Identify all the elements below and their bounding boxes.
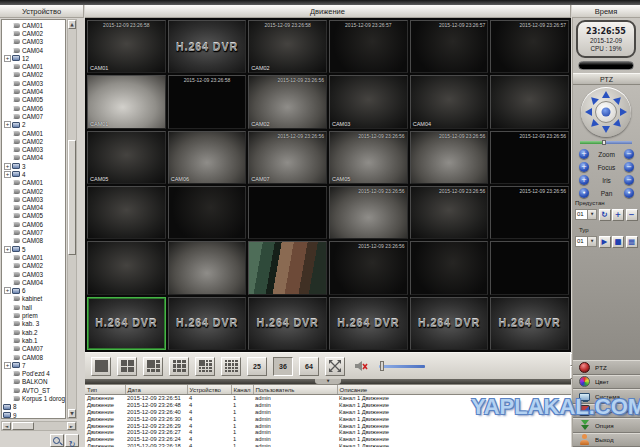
video-cell-13[interactable]: CAM05 — [87, 131, 166, 184]
tree-scroll-down-button[interactable]: ▼ — [68, 409, 76, 418]
tree-item-CAM04[interactable]: CAM04 — [2, 278, 65, 286]
video-cell-8[interactable]: 2015-12-09 23:26:58 — [168, 75, 247, 128]
iris-plus-button[interactable]: + — [579, 175, 589, 185]
tree-group-3[interactable]: +3 — [2, 162, 65, 170]
tree-item-CAM01[interactable]: CAM01 — [2, 253, 65, 261]
view-64-button[interactable]: 64 — [299, 357, 319, 376]
video-cell-26[interactable] — [168, 241, 247, 294]
tree-item-CAM01[interactable]: CAM01 — [2, 129, 65, 137]
video-cell-33[interactable]: H.264 DVR — [248, 297, 327, 350]
layout-9-button[interactable] — [169, 357, 189, 376]
video-cell-9[interactable]: 2015-12-09 23:26:56CAM02 — [248, 75, 327, 128]
tree-item-kab.1[interactable]: kab.1 — [2, 336, 65, 344]
tree-item-CAM04[interactable]: CAM04 — [2, 204, 65, 212]
video-cell-2[interactable]: H.264 DVR — [168, 20, 247, 73]
tree-group-2[interactable]: +2 — [2, 121, 65, 129]
speed-slider-thumb[interactable] — [602, 140, 606, 145]
video-cell-11[interactable]: CAM04 — [410, 75, 489, 128]
ptz-direction-pad[interactable] — [581, 87, 631, 137]
tree-item-BALKON[interactable]: BALKON — [2, 378, 65, 386]
preset-dropdown-icon[interactable]: ▼ — [587, 210, 596, 219]
table-row[interactable]: Движение2015-12-09 23:26:1841adminКанал … — [85, 443, 571, 447]
tree-group-5[interactable]: +5 — [2, 245, 65, 253]
preset-goto-button[interactable]: ↻ — [599, 209, 611, 221]
tree-item-CAM03[interactable]: CAM03 — [2, 79, 65, 87]
table-row[interactable]: Движение2015-12-09 23:26:5141adminКанал … — [85, 395, 571, 402]
fullscreen-button[interactable] — [325, 357, 345, 376]
video-cell-4[interactable]: 2015-12-09 23:26:57 — [329, 20, 408, 73]
video-cell-14[interactable]: CAM06 — [168, 131, 247, 184]
menu-item-play[interactable]: Воспроизведение — [573, 404, 640, 419]
video-cell-5[interactable]: 2015-12-09 23:26:57 — [410, 20, 489, 73]
video-cell-19[interactable] — [87, 186, 166, 239]
tour-setup-button[interactable]: ▦ — [626, 236, 638, 248]
tour-dropdown-icon[interactable]: ▼ — [587, 237, 596, 246]
tree-item-CAM07[interactable]: CAM07 — [2, 345, 65, 353]
tree-item-CAM03[interactable]: CAM03 — [2, 38, 65, 46]
view-36-button[interactable]: 36 — [273, 357, 293, 376]
expand-box-icon[interactable]: + — [4, 55, 11, 62]
preset-delete-button[interactable]: − — [626, 209, 638, 221]
tree-item-Pod'ezd 4[interactable]: Pod'ezd 4 — [2, 369, 65, 377]
menu-item-opt[interactable]: Опция — [573, 418, 640, 433]
tree-group-9[interactable]: 9 — [2, 411, 65, 419]
video-cell-34[interactable]: H.264 DVR — [329, 297, 408, 350]
table-row[interactable]: Движение2015-12-09 23:26:4841adminКанал … — [85, 402, 571, 409]
zoom-minus-button[interactable]: − — [624, 149, 634, 159]
table-row[interactable]: Движение2015-12-09 23:26:2441adminКанал … — [85, 436, 571, 443]
tree-item-CAM03[interactable]: CAM03 — [2, 195, 65, 203]
tour-select[interactable]: 01 ▼ — [575, 236, 597, 247]
tree-item-CAM01[interactable]: CAM01 — [2, 62, 65, 70]
tour-play-button[interactable]: ▶ — [599, 236, 611, 248]
column-header-Тип[interactable]: Тип — [85, 385, 125, 395]
tree-horizontal-scroll-thumb[interactable] — [12, 422, 34, 430]
video-cell-31[interactable]: H.264 DVR — [87, 297, 166, 350]
video-cell-24[interactable]: 2015-12-09 23:26:56 — [490, 186, 569, 239]
video-cell-16[interactable]: 2015-12-09 23:26:56CAM05 — [329, 131, 408, 184]
tree-item-kab.2[interactable]: kab.2 — [2, 328, 65, 336]
menu-item-exit[interactable]: Выход — [573, 433, 640, 447]
tree-item-CAM02[interactable]: CAM02 — [2, 137, 65, 145]
preset-add-button[interactable]: + — [612, 209, 624, 221]
iris-minus-button[interactable]: − — [624, 175, 634, 185]
tree-item-CAM02[interactable]: CAM02 — [2, 187, 65, 195]
video-cell-35[interactable]: H.264 DVR — [410, 297, 489, 350]
layout-6-button[interactable] — [143, 357, 163, 376]
volume-thumb[interactable] — [380, 361, 384, 371]
video-cell-15[interactable]: 2015-12-09 23:26:56CAM07 — [248, 131, 327, 184]
video-cell-3[interactable]: 2015-12-09 23:26:58CAM02 — [248, 20, 327, 73]
menu-item-sys[interactable]: Система — [573, 389, 640, 404]
tree-item-kabinet[interactable]: kabinet — [2, 295, 65, 303]
search-device-button[interactable] — [50, 434, 64, 447]
video-cell-12[interactable] — [490, 75, 569, 128]
expand-box-icon[interactable]: + — [4, 362, 11, 369]
tree-item-CAM08[interactable]: CAM08 — [2, 237, 65, 245]
mute-button[interactable] — [351, 357, 371, 376]
focus-plus-button[interactable]: + — [579, 162, 589, 172]
tree-vertical-scrollbar[interactable]: ▲ ▼ — [67, 19, 77, 419]
tree-group-6[interactable]: +6 — [2, 287, 65, 295]
table-row[interactable]: Движение2015-12-09 23:26:2741adminКанал … — [85, 429, 571, 436]
video-cell-32[interactable]: H.264 DVR — [168, 297, 247, 350]
video-cell-6[interactable]: 2015-12-09 23:26:57 — [490, 20, 569, 73]
tour-stop-button[interactable]: ■ — [612, 236, 624, 248]
expand-box-icon[interactable]: + — [4, 246, 11, 253]
video-cell-10[interactable]: CAM03 — [329, 75, 408, 128]
video-cell-21[interactable] — [248, 186, 327, 239]
tree-item-kab. 3[interactable]: kab. 3 — [2, 320, 65, 328]
tree-item-CAM05[interactable]: CAM05 — [2, 96, 65, 104]
video-cell-7[interactable]: CAM01 — [87, 75, 166, 128]
tree-item-CAM04[interactable]: CAM04 — [2, 46, 65, 54]
tree-scroll-up-button[interactable]: ▲ — [68, 20, 76, 29]
column-header-Описание[interactable]: Описание — [337, 385, 571, 395]
expand-box-icon[interactable]: + — [4, 287, 11, 294]
video-cell-28[interactable]: 2015-12-09 23:26:56 — [329, 241, 408, 294]
tree-item-CAM04[interactable]: CAM04 — [2, 87, 65, 95]
tree-item-priem[interactable]: priem — [2, 311, 65, 319]
column-header-Дата[interactable]: Дата — [125, 385, 187, 395]
video-cell-29[interactable] — [410, 241, 489, 294]
menu-item-ptz[interactable]: PTZ — [573, 360, 640, 375]
tree-item-CAM06[interactable]: CAM06 — [2, 104, 65, 112]
tree-group-12[interactable]: +12 — [2, 54, 65, 62]
pan-plus-button[interactable]: • — [579, 188, 589, 198]
